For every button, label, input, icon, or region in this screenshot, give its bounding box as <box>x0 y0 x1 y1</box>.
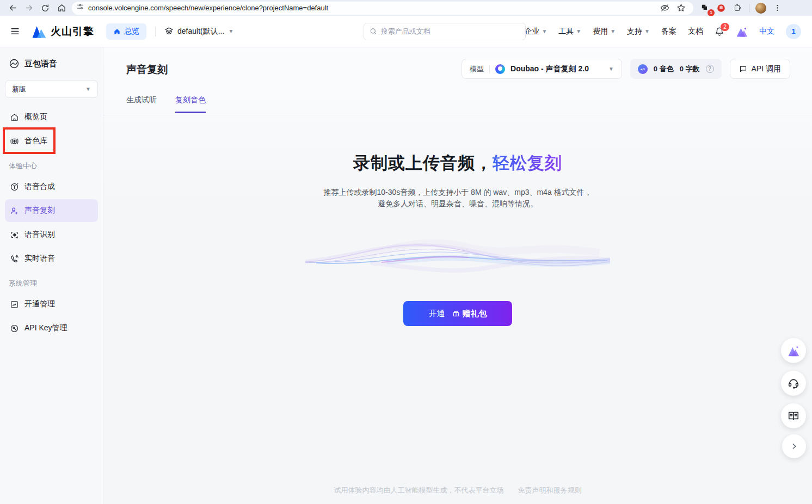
sidebar: 豆包语音 新版 ▼ 概览页 音色库 体验中心 语音合成 声音复刻 语音识别 <box>0 47 103 504</box>
extension-badge: 1 <box>708 9 715 16</box>
gift-package: 赠礼包 <box>452 309 487 319</box>
address-bar[interactable]: console.volcengine.com/speech/new/experi… <box>72 2 693 15</box>
layers-icon <box>164 27 174 36</box>
console-topnav: 火山引擎 总览 default(默认... ▼ 企业▼ 工具▼ 费用▼ 支持▼ … <box>0 16 812 47</box>
waveform-graphic <box>103 231 812 281</box>
nav-divider <box>155 27 156 36</box>
doubao-voice-icon <box>9 58 20 69</box>
url-text[interactable]: console.volcengine.com/speech/new/experi… <box>88 4 656 12</box>
extensions-puzzle-icon[interactable] <box>729 2 746 15</box>
user-avatar[interactable]: 1 <box>786 24 801 39</box>
footer: 试用体验内容均由人工智能模型生成，不代表平台立场免责声明和服务规则 <box>103 485 812 495</box>
version-selector[interactable]: 新版 ▼ <box>5 80 98 98</box>
model-label: 模型 <box>470 64 484 74</box>
eye-off-icon[interactable] <box>656 2 673 15</box>
home-icon[interactable] <box>53 2 70 15</box>
chevron-down-icon: ▼ <box>85 86 91 92</box>
site-info-icon[interactable] <box>76 3 84 13</box>
gift-label: 赠礼包 <box>463 309 487 319</box>
float-collapse-button[interactable] <box>782 434 806 458</box>
search-icon <box>370 27 377 35</box>
sidebar-item-tts[interactable]: 语音合成 <box>5 175 98 198</box>
notification-bell-icon[interactable]: 2 <box>715 27 724 36</box>
docs-book-icon <box>788 410 799 422</box>
kebab-menu-icon[interactable] <box>769 2 785 15</box>
sidebar-item-realtime[interactable]: 实时语音 <box>5 247 98 270</box>
back-icon[interactable] <box>4 2 21 15</box>
usage-chars: 0 字数 <box>680 64 700 74</box>
sidebar-item-asr[interactable]: 语音识别 <box>5 223 98 246</box>
activate-button[interactable]: 开通 赠礼包 <box>403 301 512 326</box>
extension-icon[interactable]: 1 <box>697 2 713 15</box>
api-chat-icon <box>739 65 747 73</box>
float-docs-button[interactable] <box>781 403 806 428</box>
project-label: default(默认... <box>177 27 224 36</box>
doubao-model-icon <box>495 64 505 74</box>
activate-label: 开通 <box>429 309 445 319</box>
tts-icon <box>10 182 19 192</box>
forward-icon[interactable] <box>21 2 37 15</box>
overview-home-icon <box>113 28 121 35</box>
page-title: 声音复刻 <box>126 63 168 77</box>
footer-disclaimer-link[interactable]: 免责声明和服务规则 <box>518 486 582 494</box>
realtime-voice-icon <box>10 254 19 263</box>
float-support-button[interactable] <box>781 371 806 396</box>
home-outline-icon <box>10 113 19 122</box>
tab-bar: 生成试听 复刻音色 <box>126 95 206 113</box>
menu-tools[interactable]: 工具▼ <box>558 27 581 36</box>
hamburger-menu-icon[interactable] <box>5 22 24 41</box>
sidebar-item-voice-library[interactable]: 音色库 <box>5 130 98 152</box>
hero-title-gradient: 轻松复刻 <box>493 153 562 173</box>
help-icon[interactable]: ? <box>706 65 714 73</box>
global-search[interactable] <box>364 23 526 40</box>
float-ai-assistant-button[interactable] <box>781 338 806 363</box>
asr-icon <box>10 230 19 239</box>
voice-library-icon <box>10 137 19 146</box>
project-switcher[interactable]: default(默认... ▼ <box>164 27 233 36</box>
sidebar-product-header[interactable]: 豆包语音 <box>0 54 103 77</box>
tab-clone-voice[interactable]: 复刻音色 <box>175 95 206 113</box>
chevron-down-icon: ▼ <box>608 66 614 72</box>
product-title: 豆包语音 <box>24 59 57 69</box>
activation-doc-icon <box>10 300 19 309</box>
version-label: 新版 <box>12 84 26 94</box>
usage-stats[interactable]: 0 音色 0 字数 ? <box>630 59 722 79</box>
menu-icp[interactable]: 备案 <box>661 27 676 36</box>
gift-icon <box>452 310 460 317</box>
menu-billing[interactable]: 费用▼ <box>593 27 616 36</box>
chevron-down-icon: ▼ <box>228 28 233 34</box>
api-call-button[interactable]: API 调用 <box>730 59 790 79</box>
ai-mountain-icon <box>787 345 800 357</box>
ai-assistant-icon[interactable] <box>736 26 748 37</box>
sidebar-item-overview[interactable]: 概览页 <box>5 106 98 128</box>
search-input[interactable] <box>381 27 520 35</box>
hero-title-normal: 录制或上传音频， <box>353 153 493 173</box>
volcengine-mountain-icon <box>32 25 47 38</box>
reload-icon[interactable] <box>37 2 53 15</box>
usage-voices: 0 音色 <box>654 64 674 74</box>
model-value: Doubao - 声音复刻 2.0 <box>510 64 589 74</box>
adblock-icon[interactable] <box>713 2 729 15</box>
overview-label: 总览 <box>124 27 139 36</box>
sidebar-item-activation[interactable]: 开通管理 <box>5 293 98 316</box>
menu-support[interactable]: 支持▼ <box>627 27 650 36</box>
menu-docs[interactable]: 文档 <box>688 27 703 36</box>
sidebar-section-system: 系统管理 <box>0 271 103 292</box>
tab-generate-preview[interactable]: 生成试听 <box>126 95 157 113</box>
model-selector[interactable]: 模型 Doubao - 声音复刻 2.0 ▼ <box>462 59 622 79</box>
browser-profile-avatar[interactable] <box>753 2 769 15</box>
main-content: 声音复刻 模型 Doubao - 声音复刻 2.0 ▼ 0 音色 0 字数 ? … <box>103 47 812 504</box>
bookmark-star-icon[interactable] <box>673 2 689 15</box>
browser-toolbar: console.volcengine.com/speech/new/experi… <box>0 0 812 16</box>
sidebar-item-api-key[interactable]: API Key管理 <box>5 317 98 340</box>
logo-text: 火山引擎 <box>51 24 94 39</box>
toolbar-divider <box>749 4 749 13</box>
voice-clone-icon <box>10 206 19 216</box>
language-switch[interactable]: 中文 <box>759 27 774 36</box>
overview-button[interactable]: 总览 <box>106 23 146 40</box>
usage-wave-icon <box>638 64 648 74</box>
volcengine-logo[interactable]: 火山引擎 <box>32 24 94 39</box>
menu-enterprise[interactable]: 企业▼ <box>524 27 547 36</box>
headset-icon <box>788 377 799 389</box>
sidebar-item-voice-clone[interactable]: 声音复刻 <box>5 199 98 222</box>
